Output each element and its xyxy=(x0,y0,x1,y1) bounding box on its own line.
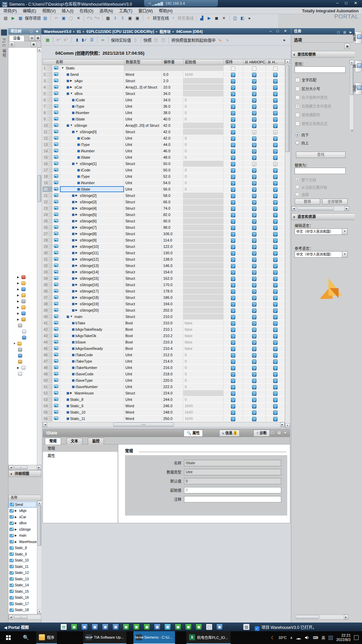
hmi-writable-checkbox[interactable] xyxy=(273,277,278,281)
variable-name-cell[interactable]: bAgvTakeOk xyxy=(60,333,124,339)
expand-icon[interactable]: ▶ xyxy=(75,205,79,211)
variable-name[interactable]: iState xyxy=(81,154,90,160)
variable-name-cell[interactable]: Static_8 xyxy=(60,396,124,402)
data-type-cell[interactable]: UInt xyxy=(124,173,162,179)
hmi-opc-accessible-checkbox[interactable] xyxy=(252,105,256,109)
hmi-writable-checkbox[interactable] xyxy=(273,289,278,294)
expand-icon[interactable]: ▶ xyxy=(15,522,18,525)
stop-sim-icon[interactable]: ◼ xyxy=(214,15,220,21)
start-value-cell[interactable]: 0 xyxy=(183,110,224,116)
list-item[interactable]: ▶sAgv xyxy=(8,508,37,514)
table-row[interactable]: 53Static_8UInt244.00 xyxy=(43,396,285,403)
variable-name-cell[interactable]: bSave xyxy=(60,339,124,345)
hmi-writable-checkbox[interactable] xyxy=(273,283,278,287)
retain-checkbox[interactable] xyxy=(231,156,235,160)
hmi-opc-accessible-checkbox[interactable] xyxy=(252,149,256,154)
expand-icon[interactable]: ▶ xyxy=(15,516,18,519)
table-row[interactable]: 3▶sAgvStruct2.0 xyxy=(43,78,285,84)
data-type-cell[interactable]: UInt xyxy=(124,358,162,364)
option-checkbox[interactable] xyxy=(295,87,300,91)
list-item-label[interactable]: Static_18 xyxy=(15,608,29,612)
variable-name-cell[interactable]: ▼main xyxy=(60,314,124,320)
tree-header-icons[interactable]: ▢ ◀ xyxy=(30,28,39,35)
retain-checkbox[interactable] xyxy=(231,302,235,307)
data-type-cell[interactable]: UInt xyxy=(124,371,162,377)
hmi-writable-checkbox[interactable] xyxy=(273,219,278,224)
expand-icon[interactable]: ▶ xyxy=(17,366,20,369)
table-scroll-right-icon[interactable]: ▶ xyxy=(280,422,285,427)
retain-checkbox[interactable] xyxy=(231,289,235,294)
variable-name[interactable]: iTakeNumber xyxy=(75,365,97,371)
hmi-writable-checkbox[interactable] xyxy=(273,296,278,300)
tab-properties[interactable]: 🔍 属性 xyxy=(184,430,203,437)
variable-name-cell[interactable]: ▶sStroge[17] xyxy=(60,288,124,294)
start-value-cell[interactable] xyxy=(183,269,224,275)
window-controls[interactable]: – □ ✕ xyxy=(336,1,360,5)
editor-shortcut-icon[interactable]: ▣ xyxy=(92,624,98,630)
data-type-cell[interactable]: Bool xyxy=(124,320,162,326)
retain-checkbox[interactable] xyxy=(231,124,235,128)
variable-name-cell[interactable]: ▶sStroge[20] xyxy=(60,307,124,313)
list-item-label[interactable]: sBox xyxy=(19,521,26,525)
tree-grid-icon[interactable]: ▦ xyxy=(35,35,41,41)
table-row[interactable]: 20iStateUInt56.00 xyxy=(43,186,285,193)
start-value-cell[interactable] xyxy=(183,129,224,135)
tree-item[interactable]: ▶ xyxy=(8,305,25,310)
start-value-cell[interactable] xyxy=(183,390,224,396)
table-row[interactable]: 49iSaveCodeUInt218.00 xyxy=(43,371,285,377)
data-type-cell[interactable]: Struct xyxy=(124,288,162,294)
variable-name-cell[interactable]: Static_11 xyxy=(60,416,124,422)
variable-name-cell[interactable]: ▶sStroge[9] xyxy=(60,237,124,243)
tab-general[interactable]: 常规 xyxy=(45,438,61,444)
monitor-icon[interactable]: ∞ xyxy=(100,37,106,43)
column-header[interactable]: 偏移量 xyxy=(162,59,184,65)
expand-icon[interactable]: ▶ xyxy=(17,276,20,279)
collapse-icon[interactable]: ▼ xyxy=(70,91,73,97)
data-type-cell[interactable]: Bool xyxy=(124,333,162,339)
copy-start-icon[interactable]: ⇘ xyxy=(217,37,223,43)
table-row[interactable]: 7iTypeUInt36.00 xyxy=(43,103,285,110)
table-hscroll-thumb[interactable]: ≡≡≡ xyxy=(113,423,174,427)
variable-name[interactable]: sStroge[1] xyxy=(80,161,97,167)
clock[interactable]: 22:212022/8/3 xyxy=(336,633,351,642)
hmi-writable-checkbox[interactable] xyxy=(273,156,278,160)
start-value-cell[interactable] xyxy=(183,84,224,90)
hmi-opc-accessible-checkbox[interactable] xyxy=(252,391,256,396)
hmi-writable-checkbox[interactable] xyxy=(273,86,278,90)
table-horizontal-scrollbar[interactable]: ◀ ≡≡≡ ▶ xyxy=(43,422,285,427)
expand-icon[interactable]: ▶ xyxy=(75,244,79,250)
data-type-cell[interactable]: UInt xyxy=(124,167,162,173)
table-row[interactable]: 28▶sStroge[9]Struct114.0 xyxy=(43,237,285,244)
collapse-icon[interactable]: ▼ xyxy=(13,342,16,345)
variable-name-cell[interactable]: Send xyxy=(60,71,124,77)
tree-item[interactable]: ▶ xyxy=(8,274,25,280)
tray-expand-icon[interactable]: ∧ xyxy=(290,636,293,640)
variable-name[interactable]: iTakeCode xyxy=(75,352,93,358)
tab-tasks-vertical[interactable]: 任务 xyxy=(355,32,362,44)
editor-shortcut-icon[interactable]: ▣ xyxy=(143,624,150,630)
start-value-cell[interactable] xyxy=(183,205,224,211)
hmi-opc-accessible-checkbox[interactable] xyxy=(252,194,256,198)
hmi-writable-checkbox[interactable] xyxy=(273,391,278,396)
retain-checkbox[interactable] xyxy=(231,347,235,351)
table-row[interactable]: 35▶sStroge[16]Struct170.0 xyxy=(43,282,285,288)
table-row[interactable]: 12iCodeUInt42.00 xyxy=(43,135,285,142)
start-sim-icon[interactable]: ▶ xyxy=(206,15,212,21)
data-type-cell[interactable]: Word xyxy=(124,71,162,77)
retain-checkbox[interactable] xyxy=(231,283,235,287)
list-item-label[interactable]: WareHouse xyxy=(19,540,37,544)
expand-icon[interactable]: ▶ xyxy=(75,307,79,313)
variable-name[interactable]: sAgv xyxy=(74,78,82,84)
variable-name[interactable]: sStroge[19] xyxy=(80,301,99,307)
hmi-opc-accessible-checkbox[interactable] xyxy=(252,232,256,236)
expand-icon[interactable]: ▶ xyxy=(17,306,20,309)
tasks-horizontal-scrollbar[interactable]: ▶ xyxy=(295,614,348,620)
hmi-opc-accessible-checkbox[interactable] xyxy=(252,200,256,205)
hmi-opc-accessible-checkbox[interactable] xyxy=(252,404,256,409)
variable-name[interactable]: sBox xyxy=(74,91,82,97)
variable-name[interactable]: sStroge[16] xyxy=(80,282,99,288)
breadcrumb-segment[interactable]: 04Comm [DB4] xyxy=(176,30,203,34)
add-row-after-icon[interactable]: ≡⁺ xyxy=(63,37,69,43)
start-value-cell[interactable]: 0 xyxy=(183,384,224,390)
retain-checkbox[interactable] xyxy=(231,175,235,179)
